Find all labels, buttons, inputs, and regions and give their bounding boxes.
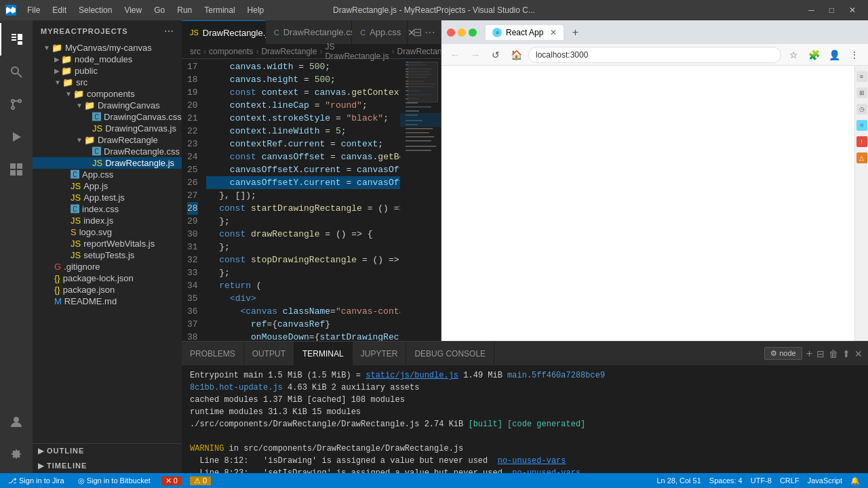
source-control-icon[interactable] [0,88,33,121]
code-text[interactable]: canvas.width = 500; canvas.height = 500;… [206,59,400,341]
sidebar-actions[interactable]: ⋯ [164,26,174,37]
browser-minimize-btn[interactable] [458,28,466,37]
tree-file-reportwebvitals[interactable]: JS reportWebVitals.js [33,238,182,249]
tree-file-package-json[interactable]: {} package.json [33,284,182,296]
timeline-section[interactable]: ▶ TIMELINE [33,458,182,473]
menu-terminal[interactable]: Terminal [199,4,240,16]
feedback-button[interactable]: 🔔 [848,476,863,485]
menu-bar[interactable]: File Edit Selection View Go Run Terminal… [22,4,269,16]
tree-folder-drawrectangle[interactable]: ▼ 📁 DrawRectangle [33,134,182,146]
close-panel-icon[interactable]: ✕ [854,348,863,359]
split-editor-icon[interactable]: ⊟ [413,26,422,39]
split-terminal-icon[interactable]: ⊟ [816,348,825,359]
tree-file-app-js[interactable]: JS App.js [33,180,182,192]
browser-sidebar-btn-2[interactable]: ⊞ [856,87,867,98]
browser-tab-react[interactable]: ⚛ React App ✕ [485,24,564,40]
kill-terminal-icon[interactable]: 🗑 [829,348,838,359]
tree-folder-src[interactable]: ▼ 📁 src [33,77,182,88]
breadcrumb-drawrectangle[interactable]: DrawRectangle [261,47,317,56]
tree-folder-components[interactable]: ▼ 📁 components [33,88,182,100]
maximize-panel-icon[interactable]: ⬆ [842,348,850,359]
tree-file-drawingcanvas-css[interactable]: 🅲 DrawingCanvas.css [33,111,182,123]
minimize-button[interactable]: ─ [802,4,821,16]
tab-output[interactable]: OUTPUT [244,342,294,365]
settings-icon[interactable] [0,438,33,470]
terminal-actions[interactable]: ⚙ node + ⊟ 🗑 ⬆ ✕ [759,342,868,365]
browser-window-controls[interactable] [447,28,477,37]
tree-file-index-css[interactable]: 🅲 index.css [33,203,182,215]
language-mode[interactable]: JavaScript [805,476,845,485]
breadcrumb-src[interactable]: src [190,47,201,56]
browser-sidebar-btn-1[interactable]: ≡ [856,71,867,82]
bookmark-button[interactable]: ☆ [785,47,802,63]
account-icon[interactable] [0,405,33,438]
tree-file-readme[interactable]: M README.md [33,296,182,307]
git-branch-status[interactable]: ⎇ Sign in to Jira [5,476,67,485]
extensions-browser-button[interactable]: 🧩 [806,47,822,63]
tab-drawrectangle-css[interactable]: C DrawRectangle.css ✕ [266,20,352,44]
tree-file-app-test[interactable]: JS App.test.js [33,192,182,203]
tree-folder-public[interactable]: ▶ 📁 public [33,65,182,77]
window-controls[interactable]: ─ □ ✕ [802,4,863,16]
line-ending[interactable]: CRLF [777,476,802,485]
add-terminal-icon[interactable]: + [806,348,812,360]
tab-debug-console[interactable]: DEBUG CONSOLE [406,342,494,365]
tree-folder-mycanvas[interactable]: ▼ 📁 MyCanvas/my-canvas [33,42,182,54]
new-file-icon[interactable]: ⋯ [164,26,174,37]
tree-file-drawingcanvas-js[interactable]: JS DrawingCanvas.js [33,123,182,134]
menu-run[interactable]: Run [172,4,197,16]
new-browser-tab-button[interactable]: + [567,24,583,41]
more-actions-icon[interactable]: ⋯ [425,26,435,39]
address-bar[interactable] [528,47,781,63]
cursor-position[interactable]: Ln 28, Col 51 [654,476,703,485]
browser-sidebar-btn-3[interactable]: ◷ [856,104,867,115]
tab-drawrectangle-js[interactable]: JS DrawRectangle.js ✕ [182,20,266,44]
menu-selection[interactable]: Selection [73,4,117,16]
tree-file-index-js[interactable]: JS index.js [33,215,182,226]
menu-file[interactable]: File [22,4,45,16]
browser-sidebar-btn-5[interactable]: ! [856,136,867,147]
close-button[interactable]: ✕ [842,4,863,16]
browser-sidebar-btn-4[interactable]: ⚛ [856,120,867,131]
menu-edit[interactable]: Edit [47,4,72,16]
outline-section[interactable]: ▶ OUTLINE [33,443,182,458]
tab-problems[interactable]: PROBLEMS [182,342,244,365]
menu-help[interactable]: Help [242,4,270,16]
code-content[interactable]: 1718192021 2223242526 27282930 313233343… [182,59,441,341]
tree-file-app-css[interactable]: 🅲 App.css [33,169,182,180]
tree-file-gitignore[interactable]: G .gitignore [33,261,182,272]
menu-go[interactable]: Go [149,4,170,16]
more-browser-button[interactable]: ⋮ [846,47,863,63]
browser-tab-close[interactable]: ✕ [550,28,557,37]
tree-file-package-lock[interactable]: {} package-lock.json [33,272,182,284]
extensions-icon[interactable] [0,153,33,186]
tree-file-logo-svg[interactable]: S logo.svg [33,226,182,238]
menu-view[interactable]: View [119,4,147,16]
tree-folder-nodemodules[interactable]: ▶ 📁 node_modules [33,54,182,65]
explorer-icon[interactable] [0,23,33,56]
warning-count[interactable]: ⚠ 0 [190,476,211,485]
search-icon[interactable] [0,56,33,88]
back-button[interactable]: ← [447,47,463,63]
tree-file-drawrectangle-js[interactable]: JS DrawRectangle.js [33,157,182,169]
reload-button[interactable]: ↺ [488,47,504,63]
maximize-button[interactable]: □ [823,4,841,16]
browser-maximize-btn[interactable] [469,28,477,37]
debug-icon[interactable] [0,121,33,153]
editor-tab-actions[interactable]: ⊟ ⋯ [408,20,441,44]
encoding[interactable]: UTF-8 [748,476,774,485]
error-count[interactable]: ✕ 0 [161,476,182,485]
tree-file-drawrectangle-css[interactable]: 🅲 DrawRectangle.css [33,146,182,157]
indentation[interactable]: Spaces: 4 [707,476,745,485]
breadcrumb-component[interactable]: DrawRectangle [397,47,441,56]
tab-app-css[interactable]: C App.css ✕ [352,20,408,44]
profile-button[interactable]: 👤 [826,47,842,63]
tab-jupyter[interactable]: JUPYTER [353,342,407,365]
browser-close-btn[interactable] [447,28,455,37]
home-button[interactable]: 🏠 [508,47,524,63]
breadcrumb-js-file[interactable]: JS DrawRectangle.js [325,42,389,61]
tab-terminal[interactable]: TERMINAL [294,342,353,365]
breadcrumb-components[interactable]: components [209,47,253,56]
tree-file-setuptests[interactable]: JS setupTests.js [33,249,182,261]
browser-sidebar-btn-6[interactable]: △ [856,152,867,163]
